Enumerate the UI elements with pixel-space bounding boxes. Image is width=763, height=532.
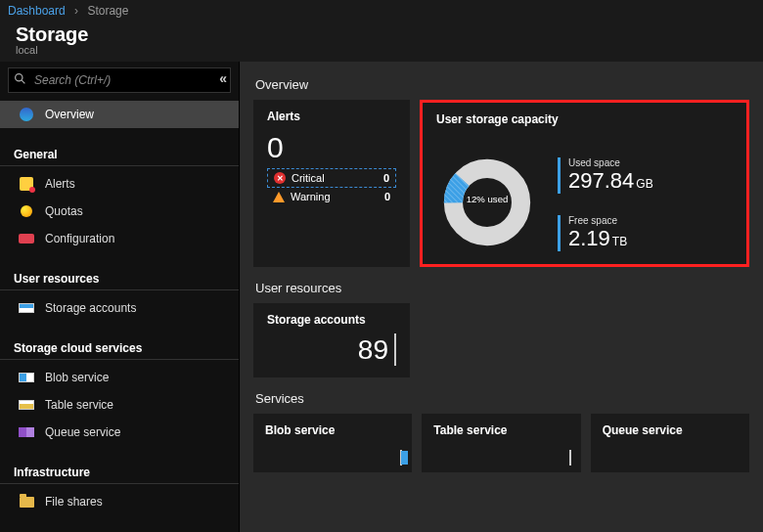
alerts-warning-value: 0 bbox=[384, 191, 390, 202]
sidebar-item-label: Quotas bbox=[45, 204, 83, 218]
service-card-queue[interactable]: Queue service bbox=[591, 414, 749, 472]
alerts-row-warning[interactable]: Warning 0 bbox=[267, 188, 396, 205]
sidebar-item-label: Configuration bbox=[45, 232, 114, 245]
page-header: Storage local bbox=[0, 22, 763, 62]
breadcrumb-current: Storage bbox=[87, 4, 128, 18]
sidebar-item-alerts[interactable]: Alerts bbox=[0, 170, 239, 198]
capacity-free-space: Free space 2.19TB bbox=[558, 215, 653, 251]
alerts-card-title: Alerts bbox=[267, 110, 396, 123]
service-card-queue-title: Queue service bbox=[603, 423, 738, 437]
service-card-table-title: Table service bbox=[433, 423, 568, 437]
storage-accounts-icon bbox=[18, 300, 35, 316]
capacity-used-percent: 12% used bbox=[467, 194, 509, 204]
capacity-donut-chart: 12% used bbox=[440, 155, 534, 252]
svg-line-1 bbox=[22, 80, 24, 83]
alerts-total: 0 bbox=[267, 131, 396, 164]
alerts-critical-value: 0 bbox=[383, 172, 389, 184]
service-card-blob-title: Blob service bbox=[265, 423, 400, 437]
section-title-services: Services bbox=[255, 391, 749, 406]
sidebar-item-label: Queue service bbox=[45, 425, 120, 439]
free-space-value: 2.19 bbox=[568, 226, 610, 250]
capacity-card-title: User storage capacity bbox=[436, 112, 733, 126]
alerts-row-critical[interactable]: ✕ Critical 0 bbox=[267, 168, 396, 188]
quotas-icon bbox=[18, 203, 35, 219]
section-title-user-resources: User resources bbox=[255, 281, 749, 295]
content-area: Overview Alerts 0 ✕ Critical 0 Warning 0 bbox=[240, 62, 763, 532]
sidebar-item-label: Table service bbox=[45, 398, 113, 412]
configuration-icon bbox=[18, 231, 35, 246]
alerts-icon bbox=[18, 176, 35, 192]
free-space-label: Free space bbox=[568, 215, 653, 226]
blob-service-icon bbox=[18, 370, 35, 385]
svg-point-0 bbox=[16, 74, 22, 81]
storage-accounts-value: 89 bbox=[358, 334, 388, 366]
capacity-used-space: Used space 297.84GB bbox=[558, 157, 653, 194]
blob-service-icon bbox=[400, 451, 402, 465]
user-storage-capacity-card[interactable]: User storage capacity 12% used bbox=[420, 100, 749, 267]
alerts-critical-label: Critical bbox=[292, 172, 374, 184]
storage-accounts-card[interactable]: Storage accounts 89 bbox=[253, 303, 410, 377]
sidebar-item-label: Overview bbox=[45, 108, 94, 121]
section-title-overview: Overview bbox=[255, 77, 749, 92]
sidebar-item-label: File shares bbox=[45, 495, 103, 509]
sidebar-section-general: General bbox=[0, 138, 239, 166]
sidebar-item-label: Alerts bbox=[45, 177, 75, 191]
breadcrumb: Dashboard › Storage bbox=[0, 0, 763, 22]
service-card-blob[interactable]: Blob service bbox=[253, 414, 412, 472]
page-scope: local bbox=[16, 44, 755, 56]
page-title: Storage bbox=[16, 23, 755, 46]
sidebar-item-label: Blob service bbox=[45, 371, 109, 384]
storage-accounts-icon bbox=[394, 334, 396, 366]
sidebar-item-queue-service[interactable]: Queue service bbox=[0, 419, 239, 446]
used-space-label: Used space bbox=[568, 157, 653, 168]
sidebar-section-storage-cloud-services: Storage cloud services bbox=[0, 332, 239, 360]
alerts-warning-label: Warning bbox=[291, 191, 375, 202]
sidebar-item-quotas[interactable]: Quotas bbox=[0, 198, 239, 225]
sidebar-section-user-resources: User resources bbox=[0, 262, 239, 290]
sidebar-item-label: Storage accounts bbox=[45, 301, 136, 315]
storage-accounts-card-title: Storage accounts bbox=[267, 313, 396, 327]
collapse-sidebar-button[interactable]: « bbox=[219, 70, 227, 86]
overview-icon bbox=[18, 107, 35, 122]
search-icon bbox=[14, 72, 26, 88]
sidebar-item-overview[interactable]: Overview bbox=[0, 101, 239, 128]
service-card-table[interactable]: Table service bbox=[422, 414, 580, 472]
table-service-icon bbox=[569, 451, 571, 465]
sidebar-item-file-shares[interactable]: File shares bbox=[0, 488, 239, 515]
sidebar-item-table-service[interactable]: Table service bbox=[0, 391, 239, 419]
used-space-unit: GB bbox=[636, 177, 652, 191]
sidebar: « Overview General Alerts Quotas Configu… bbox=[0, 62, 240, 532]
critical-icon: ✕ bbox=[274, 172, 286, 184]
sidebar-section-infrastructure: Infrastructure bbox=[0, 456, 239, 484]
sidebar-item-storage-accounts[interactable]: Storage accounts bbox=[0, 294, 239, 322]
table-service-icon bbox=[18, 397, 35, 413]
warning-icon bbox=[273, 192, 285, 202]
queue-service-icon bbox=[18, 424, 35, 440]
breadcrumb-root[interactable]: Dashboard bbox=[8, 4, 66, 18]
alerts-card[interactable]: Alerts 0 ✕ Critical 0 Warning 0 bbox=[253, 100, 410, 267]
free-space-unit: TB bbox=[612, 235, 627, 248]
folder-icon bbox=[18, 494, 35, 510]
used-space-value: 297.84 bbox=[568, 168, 634, 193]
sidebar-item-configuration[interactable]: Configuration bbox=[0, 225, 239, 252]
sidebar-item-blob-service[interactable]: Blob service bbox=[0, 364, 239, 391]
search-input[interactable] bbox=[8, 67, 231, 93]
breadcrumb-separator: › bbox=[74, 4, 78, 18]
